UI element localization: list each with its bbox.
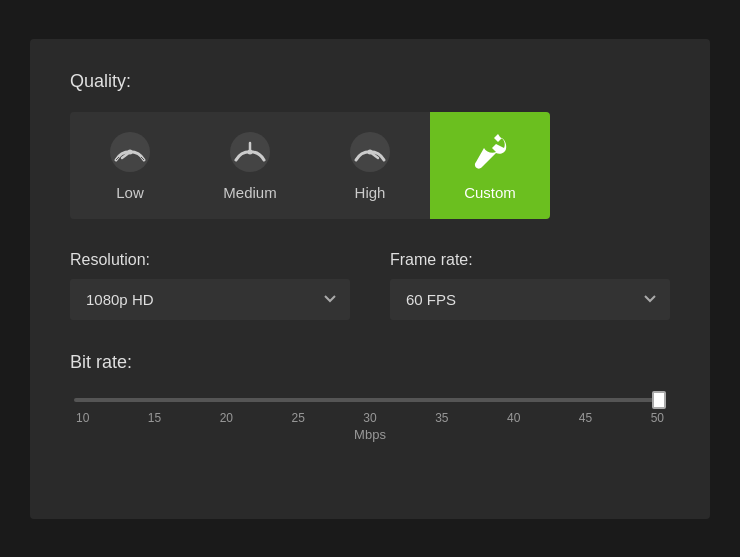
gauge-icon-high <box>348 130 392 174</box>
svg-point-2 <box>128 149 133 154</box>
tick-25: 25 <box>291 411 304 425</box>
bitrate-section: Bit rate: 10 15 20 25 30 35 40 45 50 Mbp… <box>70 352 670 442</box>
gauge-icon-low <box>108 130 152 174</box>
tick-50: 50 <box>651 411 664 425</box>
dropdowns-row: Resolution: 720p 1080p HD 1440p 4K Frame… <box>70 251 670 320</box>
quality-btn-medium[interactable]: Medium <box>190 112 310 219</box>
tick-20: 20 <box>220 411 233 425</box>
quality-btn-high-label: High <box>355 184 386 201</box>
gauge-icon-medium <box>228 130 272 174</box>
quality-btn-custom[interactable]: Custom <box>430 112 550 219</box>
resolution-label: Resolution: <box>70 251 350 269</box>
tick-35: 35 <box>435 411 448 425</box>
bitrate-unit: Mbps <box>74 427 666 442</box>
settings-panel: Quality: Low Medium <box>30 39 710 519</box>
bitrate-slider[interactable] <box>74 397 666 403</box>
resolution-group: Resolution: 720p 1080p HD 1440p 4K <box>70 251 350 320</box>
tick-10: 10 <box>76 411 89 425</box>
slider-container: 10 15 20 25 30 35 40 45 50 Mbps <box>70 389 670 442</box>
quality-button-group: Low Medium High <box>70 112 670 219</box>
quality-btn-custom-label: Custom <box>464 184 516 201</box>
tick-40: 40 <box>507 411 520 425</box>
tick-15: 15 <box>148 411 161 425</box>
tick-30: 30 <box>363 411 376 425</box>
framerate-label: Frame rate: <box>390 251 670 269</box>
quality-btn-high[interactable]: High <box>310 112 430 219</box>
quality-btn-medium-label: Medium <box>223 184 276 201</box>
svg-point-7 <box>248 149 253 154</box>
framerate-group: Frame rate: 30 FPS 60 FPS 120 FPS <box>390 251 670 320</box>
bitrate-label: Bit rate: <box>70 352 670 373</box>
quality-label: Quality: <box>70 71 670 92</box>
resolution-select[interactable]: 720p 1080p HD 1440p 4K <box>70 279 350 320</box>
svg-point-10 <box>368 149 373 154</box>
tick-45: 45 <box>579 411 592 425</box>
wrench-icon <box>468 130 512 174</box>
slider-tick-labels: 10 15 20 25 30 35 40 45 50 <box>74 411 666 425</box>
quality-btn-low-label: Low <box>116 184 144 201</box>
quality-btn-low[interactable]: Low <box>70 112 190 219</box>
framerate-select[interactable]: 30 FPS 60 FPS 120 FPS <box>390 279 670 320</box>
